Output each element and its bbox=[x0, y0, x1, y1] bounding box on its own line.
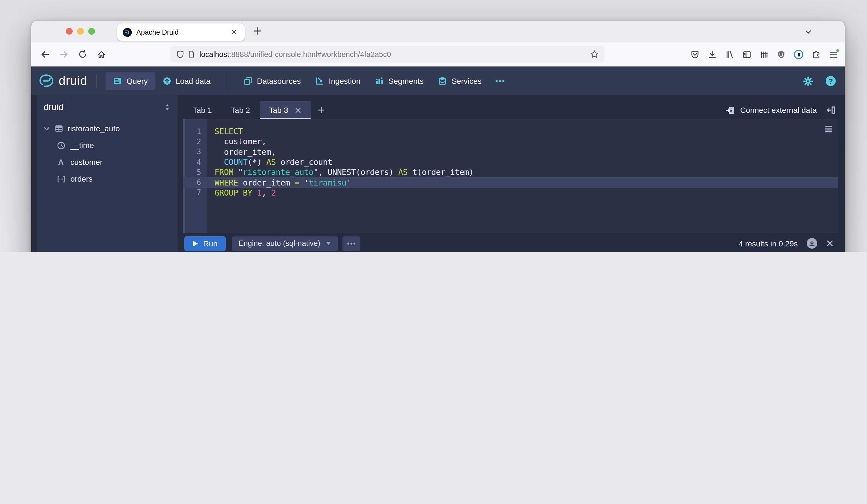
home-button[interactable] bbox=[97, 50, 106, 59]
chevron-down-icon[interactable] bbox=[44, 126, 50, 131]
array-type-icon bbox=[56, 175, 65, 182]
close-window-button[interactable] bbox=[66, 28, 73, 35]
sql-token: SELECT bbox=[215, 127, 243, 136]
connect-external-data-button[interactable]: Connect external data bbox=[726, 106, 817, 115]
bookmark-star-icon[interactable] bbox=[590, 50, 599, 59]
ublock-icon[interactable] bbox=[777, 50, 785, 59]
new-tab-button[interactable] bbox=[253, 26, 262, 36]
close-results-icon[interactable] bbox=[826, 240, 834, 247]
nav-item-load-data[interactable]: Load data bbox=[155, 72, 218, 90]
sql-token bbox=[215, 158, 224, 167]
query-tab-label: Tab 1 bbox=[193, 106, 212, 115]
sql-token: " bbox=[233, 168, 243, 177]
schema-sidebar: druid ristorante_auto bbox=[37, 95, 178, 252]
sql-token: AS bbox=[398, 168, 408, 177]
nav-item-label: Segments bbox=[388, 77, 424, 85]
downloads-icon[interactable] bbox=[708, 50, 717, 59]
query-tab-label: Tab 3 bbox=[269, 106, 288, 115]
url-bar[interactable]: localhost:8888/unified-console.html#work… bbox=[170, 46, 604, 63]
code-line: 3 order_item, bbox=[183, 147, 838, 157]
sql-token: GROUP BY bbox=[215, 188, 252, 197]
back-button[interactable] bbox=[40, 50, 50, 59]
sql-token: AS bbox=[267, 158, 276, 167]
sql-token: ' bbox=[299, 178, 309, 187]
tracking-shield-icon[interactable] bbox=[176, 50, 184, 58]
tab-overflow-chevron-icon[interactable] bbox=[804, 28, 812, 36]
table-icon bbox=[54, 125, 63, 132]
druid-logo[interactable]: druid bbox=[39, 74, 87, 88]
query-tab-1[interactable]: Tab 1 bbox=[183, 101, 222, 119]
druid-top-nav: druid Query Load data bbox=[31, 67, 845, 95]
nav-item-services[interactable]: Services bbox=[431, 72, 489, 90]
new-query-tab-button[interactable] bbox=[311, 101, 332, 119]
password-manager-icon[interactable] bbox=[794, 50, 803, 59]
sql-token: tiramisu bbox=[309, 178, 346, 187]
sql-token: t(order_item) bbox=[407, 168, 473, 177]
nav-item-segments[interactable]: Segments bbox=[368, 72, 431, 90]
nav-item-ingestion[interactable]: Ingestion bbox=[308, 72, 368, 90]
tree-item-array-column[interactable]: orders bbox=[37, 170, 178, 187]
druid-brand-text: druid bbox=[58, 74, 87, 88]
menu-hamburger-icon[interactable] bbox=[829, 51, 838, 58]
editor-menu-icon[interactable] bbox=[824, 125, 833, 133]
query-tab-3[interactable]: Tab 3 bbox=[259, 101, 311, 119]
code-line: 1 SELECT bbox=[183, 126, 838, 137]
line-number: 7 bbox=[183, 189, 207, 197]
schema-name: druid bbox=[44, 102, 164, 112]
settings-gear-icon[interactable] bbox=[803, 76, 813, 86]
sql-token: FROM bbox=[215, 168, 233, 177]
browser-tab[interactable]: Apache Druid ✕ bbox=[117, 23, 245, 41]
sql-token: 1 bbox=[257, 188, 262, 197]
tree-item-string-column[interactable]: A customer bbox=[37, 154, 178, 170]
tree-item-label: customer bbox=[71, 158, 103, 167]
tree-item-datasource[interactable]: ristorante_auto bbox=[37, 120, 178, 137]
query-tab-close-icon[interactable] bbox=[295, 107, 301, 113]
url-path: :8888/unified-console.html#workbench/4fa… bbox=[229, 50, 391, 58]
nav-more-button[interactable] bbox=[489, 77, 511, 85]
services-icon bbox=[438, 77, 447, 85]
nav-item-label: Datasources bbox=[257, 77, 301, 85]
datasources-icon bbox=[244, 77, 253, 85]
sql-token: (*) bbox=[247, 158, 266, 167]
download-results-icon[interactable] bbox=[807, 238, 817, 249]
nav-item-label: Query bbox=[127, 77, 148, 85]
sidebars-icon[interactable] bbox=[742, 50, 751, 59]
sort-columns-icon[interactable] bbox=[164, 103, 171, 111]
code-line: 7 GROUP BY 1, 2 bbox=[183, 188, 838, 198]
extensions-puzzle-icon[interactable] bbox=[812, 50, 821, 59]
connect-external-data-label: Connect external data bbox=[740, 106, 817, 115]
run-button[interactable]: Run bbox=[184, 236, 226, 250]
help-icon[interactable]: ? bbox=[826, 76, 836, 86]
minimize-window-button[interactable] bbox=[77, 28, 84, 35]
query-tab-2[interactable]: Tab 2 bbox=[222, 101, 260, 119]
sql-token: customer, bbox=[215, 137, 266, 146]
line-number: 5 bbox=[183, 168, 207, 176]
browser-tab-title: Apache Druid bbox=[136, 28, 229, 36]
url-text[interactable]: localhost:8888/unified-console.html#work… bbox=[200, 50, 590, 58]
line-number: 3 bbox=[183, 148, 207, 156]
desktop: Apache Druid ✕ bbox=[0, 0, 867, 252]
sql-editor[interactable]: 1 SELECT 2 customer, 3 order_item, bbox=[183, 119, 838, 233]
code-line: 5 FROM "ristorante_auto", UNNEST(orders)… bbox=[183, 167, 838, 178]
page-info-icon[interactable] bbox=[188, 50, 195, 58]
nav-item-datasources[interactable]: Datasources bbox=[236, 72, 308, 90]
line-number: 6 bbox=[183, 178, 207, 186]
query-more-button[interactable] bbox=[343, 236, 361, 250]
reload-button[interactable] bbox=[78, 50, 87, 59]
code-line-active: 6 WHERE order_item = 'tiramisu' bbox=[183, 178, 838, 188]
forward-button[interactable] bbox=[59, 50, 69, 59]
collapse-panel-icon[interactable] bbox=[827, 106, 836, 115]
line-number: 2 bbox=[183, 138, 207, 146]
tab-close-icon[interactable]: ✕ bbox=[229, 28, 239, 36]
zoom-window-button[interactable] bbox=[88, 28, 95, 35]
engine-select[interactable]: Engine: auto (sql-native) bbox=[232, 236, 338, 250]
nav-item-query[interactable]: Query bbox=[106, 72, 155, 90]
query-tab-strip: Tab 1 Tab 2 Tab 3 bbox=[183, 101, 838, 119]
library-icon[interactable] bbox=[725, 50, 734, 59]
tree-item-time-column[interactable]: __time bbox=[37, 137, 178, 154]
container-fence-icon[interactable] bbox=[760, 50, 769, 59]
pocket-icon[interactable] bbox=[691, 50, 699, 59]
sql-token: ", UNNEST(orders) bbox=[313, 168, 398, 177]
query-icon bbox=[113, 77, 122, 85]
nav-item-label: Load data bbox=[176, 77, 211, 85]
